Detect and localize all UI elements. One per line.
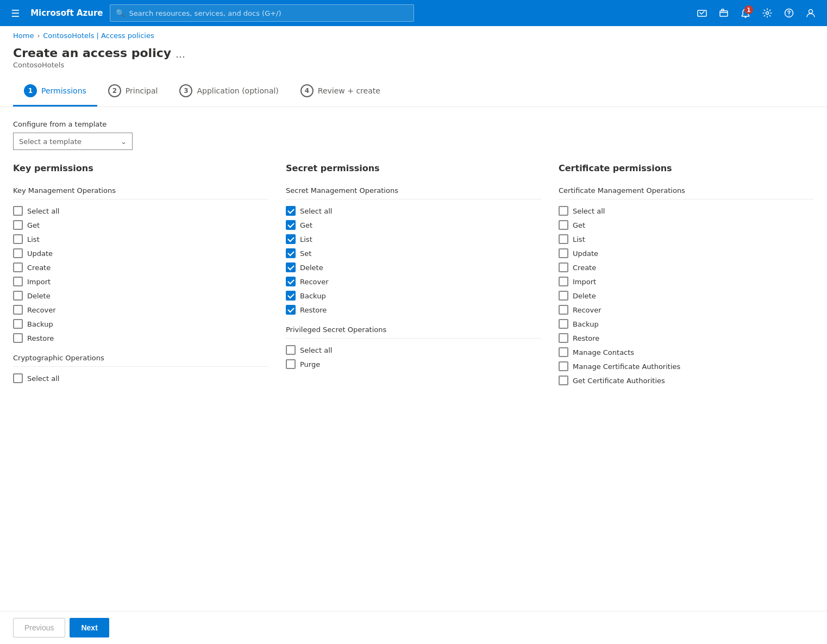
directory-button[interactable] (714, 3, 734, 23)
cert-manage-ca-label: Manage Certificate Authorities (573, 362, 680, 371)
cert-restore-label: Restore (573, 334, 599, 342)
secret-permissions-title: Secret permissions (286, 163, 541, 178)
secret-delete-item[interactable]: Delete (286, 260, 541, 274)
template-chevron-icon: ⌄ (121, 137, 127, 146)
secret-purge-item[interactable]: Purge (286, 357, 541, 371)
hamburger-menu[interactable]: ☰ (7, 5, 24, 21)
key-create-checkbox[interactable] (13, 262, 23, 272)
secret-priv-select-all-item[interactable]: Select all (286, 343, 541, 357)
secret-restore-checkbox[interactable] (286, 305, 296, 315)
breadcrumb-home[interactable]: Home (13, 32, 34, 40)
key-import-checkbox[interactable] (13, 277, 23, 286)
secret-set-item[interactable]: Set (286, 246, 541, 260)
cert-create-item[interactable]: Create (559, 260, 814, 274)
wizard-step-1[interactable]: 1 Permissions (13, 78, 97, 107)
secret-privileged-title: Privileged Secret Operations (286, 326, 541, 334)
secret-select-all-item[interactable]: Select all (286, 204, 541, 218)
cert-get-ca-checkbox[interactable] (559, 376, 568, 385)
secret-backup-item[interactable]: Backup (286, 289, 541, 303)
header-menu-icon[interactable]: … (176, 48, 185, 60)
key-get-item[interactable]: Get (13, 218, 268, 232)
cert-list-checkbox[interactable] (559, 234, 568, 244)
certificate-management-group: Certificate Management Operations Select… (559, 186, 814, 387)
cert-delete-label: Delete (573, 292, 596, 300)
key-list-checkbox[interactable] (13, 234, 23, 244)
key-import-item[interactable]: Import (13, 274, 268, 289)
cert-delete-checkbox[interactable] (559, 291, 568, 301)
cert-backup-item[interactable]: Backup (559, 317, 814, 331)
cert-get-checkbox[interactable] (559, 220, 568, 230)
cert-select-all-checkbox[interactable] (559, 206, 568, 216)
key-crypto-select-all-checkbox[interactable] (13, 373, 23, 383)
step-1-num: 1 (24, 84, 37, 97)
key-list-item[interactable]: List (13, 232, 268, 246)
search-bar[interactable]: 🔍 Search resources, services, and docs (… (110, 4, 414, 22)
cert-get-item[interactable]: Get (559, 218, 814, 232)
wizard-step-3[interactable]: 3 Application (optional) (168, 78, 289, 107)
cert-list-item[interactable]: List (559, 232, 814, 246)
secret-get-item[interactable]: Get (286, 218, 541, 232)
secret-delete-checkbox[interactable] (286, 262, 296, 272)
cert-create-checkbox[interactable] (559, 262, 568, 272)
secret-purge-checkbox[interactable] (286, 359, 296, 369)
cert-select-all-item[interactable]: Select all (559, 204, 814, 218)
key-crypto-select-all-item[interactable]: Select all (13, 371, 268, 385)
cert-manage-ca-checkbox[interactable] (559, 361, 568, 371)
key-delete-label: Delete (27, 292, 51, 300)
cert-import-item[interactable]: Import (559, 274, 814, 289)
wizard-step-2[interactable]: 2 Principal (97, 78, 169, 107)
key-update-checkbox[interactable] (13, 248, 23, 258)
key-update-item[interactable]: Update (13, 246, 268, 260)
secret-backup-checkbox[interactable] (286, 291, 296, 301)
secret-priv-select-all-checkbox[interactable] (286, 345, 296, 355)
secret-list-item[interactable]: List (286, 232, 541, 246)
template-dropdown[interactable]: Select a template ⌄ (13, 133, 133, 150)
key-restore-item[interactable]: Restore (13, 331, 268, 345)
step-3-label: Application (optional) (197, 86, 278, 95)
key-get-checkbox[interactable] (13, 220, 23, 230)
key-recover-item[interactable]: Recover (13, 303, 268, 317)
cert-import-checkbox[interactable] (559, 277, 568, 286)
breadcrumb-access-policies[interactable]: ContosoHotels | Access policies (43, 32, 154, 40)
key-backup-item[interactable]: Backup (13, 317, 268, 331)
wizard-step-4[interactable]: 4 Review + create (290, 78, 391, 107)
cert-backup-checkbox[interactable] (559, 319, 568, 329)
cloud-shell-button[interactable] (692, 3, 712, 23)
cert-manage-ca-item[interactable]: Manage Certificate Authorities (559, 359, 814, 373)
cert-delete-item[interactable]: Delete (559, 289, 814, 303)
wizard-steps: 1 Permissions 2 Principal 3 Application … (0, 78, 827, 107)
key-select-all-item[interactable]: Select all (13, 204, 268, 218)
secret-recover-checkbox[interactable] (286, 277, 296, 286)
secret-set-checkbox[interactable] (286, 248, 296, 258)
account-button[interactable] (801, 3, 820, 23)
cert-get-ca-item[interactable]: Get Certificate Authorities (559, 373, 814, 387)
secret-get-checkbox[interactable] (286, 220, 296, 230)
key-select-all-checkbox[interactable] (13, 206, 23, 216)
key-recover-label: Recover (27, 306, 56, 314)
key-create-item[interactable]: Create (13, 260, 268, 274)
cert-manage-contacts-checkbox[interactable] (559, 347, 568, 357)
secret-list-checkbox[interactable] (286, 234, 296, 244)
key-restore-checkbox[interactable] (13, 333, 23, 343)
key-recover-checkbox[interactable] (13, 305, 23, 315)
secret-restore-item[interactable]: Restore (286, 303, 541, 317)
cert-restore-checkbox[interactable] (559, 333, 568, 343)
notifications-button[interactable]: 1 (736, 3, 755, 23)
help-button[interactable] (779, 3, 799, 23)
cert-update-item[interactable]: Update (559, 246, 814, 260)
cert-recover-item[interactable]: Recover (559, 303, 814, 317)
cert-update-label: Update (573, 249, 598, 258)
key-delete-item[interactable]: Delete (13, 289, 268, 303)
key-backup-label: Backup (27, 320, 53, 328)
cert-update-checkbox[interactable] (559, 248, 568, 258)
settings-button[interactable] (757, 3, 777, 23)
key-backup-checkbox[interactable] (13, 319, 23, 329)
cert-recover-label: Recover (573, 306, 602, 314)
secret-select-all-checkbox[interactable] (286, 206, 296, 216)
cert-restore-item[interactable]: Restore (559, 331, 814, 345)
cert-recover-checkbox[interactable] (559, 305, 568, 315)
secret-set-label: Set (300, 249, 311, 258)
secret-recover-item[interactable]: Recover (286, 274, 541, 289)
cert-manage-contacts-item[interactable]: Manage Contacts (559, 345, 814, 359)
key-delete-checkbox[interactable] (13, 291, 23, 301)
